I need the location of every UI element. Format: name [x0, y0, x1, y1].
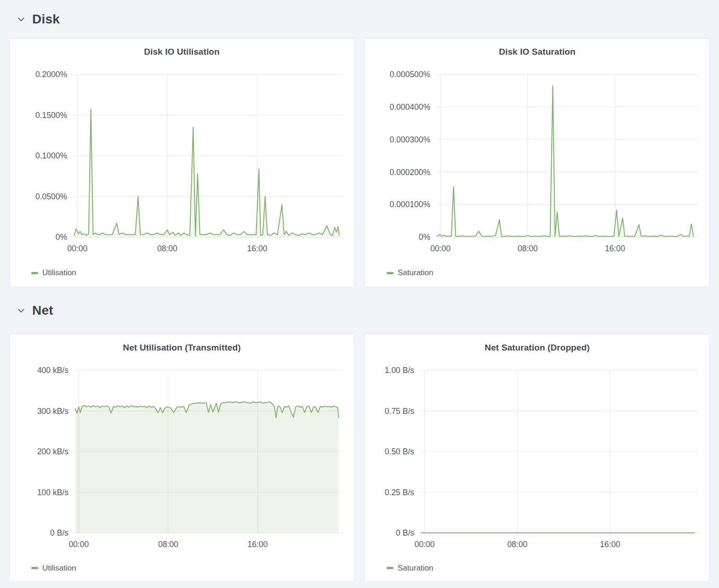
section-title-disk: Disk	[32, 12, 60, 27]
svg-text:16:00: 16:00	[605, 244, 625, 253]
svg-text:0.50 B/s: 0.50 B/s	[385, 447, 414, 456]
panel-title-net-utilisation[interactable]: Net Utilisation (Transmitted)	[10, 341, 354, 355]
svg-text:0.1000%: 0.1000%	[35, 151, 67, 160]
section-header-disk[interactable]: Disk	[9, 0, 710, 38]
legend-net-saturation: Saturation	[365, 555, 709, 581]
svg-text:16:00: 16:00	[248, 540, 268, 549]
chart-disk-io-saturation[interactable]: 0.000500%0.000400%0.000300%0.000200%0.00…	[365, 62, 709, 259]
svg-text:08:00: 08:00	[157, 244, 177, 253]
svg-text:0 B/s: 0 B/s	[50, 528, 68, 537]
legend-series-swatch-icon	[387, 272, 394, 274]
svg-text:0.25 B/s: 0.25 B/s	[385, 488, 414, 497]
svg-text:00:00: 00:00	[415, 540, 435, 549]
svg-text:00:00: 00:00	[68, 540, 89, 549]
legend-disk-io-utilisation: Utilisation	[10, 259, 354, 287]
svg-text:0.1500%: 0.1500%	[35, 111, 67, 120]
panel-title-net-saturation[interactable]: Net Saturation (Dropped)	[365, 341, 709, 355]
legend-label-utilisation[interactable]: Utilisation	[42, 564, 76, 573]
legend-disk-io-saturation: Saturation	[365, 259, 709, 287]
svg-text:0.000400%: 0.000400%	[389, 102, 430, 112]
panel-disk-io-utilisation: Disk IO Utilisation 0.2000%0.1500%0.1000…	[9, 38, 354, 287]
svg-text:300 kB/s: 300 kB/s	[37, 407, 68, 416]
svg-text:0.75 B/s: 0.75 B/s	[385, 407, 414, 416]
legend-series-swatch-icon	[31, 567, 38, 569]
svg-text:00:00: 00:00	[67, 244, 87, 253]
panel-net-saturation: Net Saturation (Dropped) 1.00 B/s0.75 B/…	[365, 334, 710, 582]
svg-text:400 kB/s: 400 kB/s	[37, 366, 68, 375]
svg-text:08:00: 08:00	[518, 244, 538, 253]
svg-text:0 B/s: 0 B/s	[396, 528, 414, 537]
svg-text:16:00: 16:00	[247, 244, 268, 253]
svg-text:00:00: 00:00	[430, 244, 451, 253]
svg-text:0.000300%: 0.000300%	[389, 135, 430, 144]
svg-text:1.00 B/s: 1.00 B/s	[385, 366, 414, 375]
svg-text:08:00: 08:00	[507, 540, 527, 549]
legend-label-saturation[interactable]: Saturation	[398, 564, 434, 573]
legend-label-saturation[interactable]: Saturation	[398, 268, 434, 277]
svg-text:0.000500%: 0.000500%	[389, 70, 430, 79]
svg-text:0%: 0%	[56, 232, 67, 242]
disk-panels-row: Disk IO Utilisation 0.2000%0.1500%0.1000…	[9, 38, 710, 287]
dashboard-page: Disk Disk IO Utilisation 0.2000%0.1500%0…	[0, 0, 719, 582]
svg-text:08:00: 08:00	[158, 540, 178, 549]
chart-net-saturation[interactable]: 1.00 B/s0.75 B/s0.50 B/s0.25 B/s0 B/s00:…	[365, 358, 709, 555]
chart-disk-io-utilisation[interactable]: 0.2000%0.1500%0.1000%0.0500%0%00:0008:00…	[10, 62, 354, 259]
svg-text:100 kB/s: 100 kB/s	[37, 488, 68, 497]
svg-text:0.000100%: 0.000100%	[389, 200, 430, 209]
panel-title-disk-io-saturation[interactable]: Disk IO Saturation	[365, 45, 709, 59]
legend-series-swatch-icon	[31, 272, 38, 274]
svg-text:16:00: 16:00	[600, 540, 620, 549]
svg-text:0.0500%: 0.0500%	[35, 192, 67, 201]
chevron-down-icon	[16, 305, 26, 316]
svg-text:0.000200%: 0.000200%	[389, 168, 430, 177]
svg-text:0%: 0%	[419, 232, 430, 242]
chevron-down-icon	[16, 14, 26, 24]
svg-text:200 kB/s: 200 kB/s	[37, 447, 68, 456]
net-panels-row: Net Utilisation (Transmitted) 400 kB/s30…	[9, 334, 710, 582]
legend-series-swatch-icon	[387, 567, 394, 569]
section-title-net: Net	[32, 303, 53, 318]
section-header-net[interactable]: Net	[9, 287, 710, 334]
panel-disk-io-saturation: Disk IO Saturation 0.000500%0.000400%0.0…	[365, 38, 710, 287]
legend-label-utilisation[interactable]: Utilisation	[42, 268, 76, 277]
panel-net-utilisation: Net Utilisation (Transmitted) 400 kB/s30…	[9, 334, 354, 582]
svg-text:0.2000%: 0.2000%	[35, 70, 67, 79]
legend-net-utilisation: Utilisation	[10, 555, 354, 581]
chart-net-utilisation[interactable]: 400 kB/s300 kB/s200 kB/s100 kB/s0 B/s00:…	[10, 358, 354, 555]
panel-title-disk-io-utilisation[interactable]: Disk IO Utilisation	[10, 45, 354, 59]
